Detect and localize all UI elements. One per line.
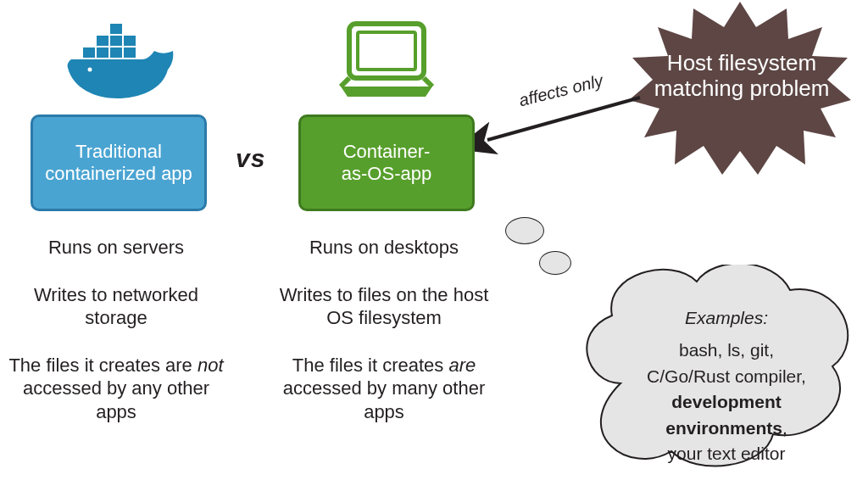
vs-label: vs: [236, 144, 265, 173]
right-bullet-2: Writes to files on the host OS filesyste…: [270, 283, 498, 330]
right-column: Runs on desktops Writes to files on the …: [270, 236, 498, 447]
svg-rect-7: [110, 24, 122, 34]
svg-rect-10: [358, 32, 415, 70]
container-as-os-app-box: Container- as-OS-app: [298, 114, 475, 211]
svg-rect-5: [110, 36, 122, 46]
examples-heading: Examples:: [615, 305, 837, 331]
svg-rect-1: [97, 47, 108, 58]
svg-rect-6: [124, 36, 136, 46]
svg-rect-0: [83, 47, 95, 58]
container-as-os-app-label: Container- as-OS-app: [342, 141, 431, 186]
left-column: Runs on servers Writes to networked stor…: [2, 236, 231, 447]
examples-text: Examples: bash, ls, git, C/Go/Rust compi…: [615, 305, 837, 467]
svg-point-8: [88, 68, 92, 72]
svg-rect-3: [124, 47, 136, 58]
diagram-root: Traditional containerized app vs Contain…: [0, 0, 868, 497]
thought-bubble-dot-1: [505, 217, 544, 244]
left-bullet-1: Runs on servers: [2, 236, 231, 260]
svg-rect-2: [110, 47, 122, 58]
starburst-label: Host filesystem matching problem: [653, 51, 831, 102]
docker-whale-icon: [66, 24, 176, 100]
affects-only-arrow: [475, 93, 644, 161]
laptop-icon: [337, 20, 436, 100]
right-bullet-1: Runs on desktops: [270, 236, 498, 260]
traditional-app-label: Traditional containerized app: [33, 141, 204, 186]
right-bullet-3: The files it creates are accessed by man…: [270, 354, 498, 424]
left-bullet-3: The files it creates are not accessed by…: [2, 354, 231, 424]
traditional-app-box: Traditional containerized app: [31, 114, 207, 211]
svg-rect-4: [97, 36, 108, 46]
left-bullet-2: Writes to networked storage: [2, 283, 231, 330]
